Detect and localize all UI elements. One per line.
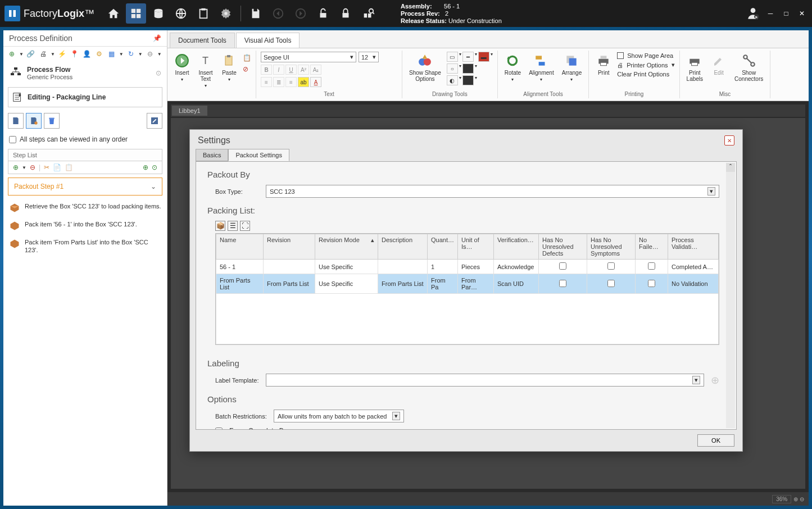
fill3-icon[interactable]: ■	[462, 75, 474, 85]
minimize-button[interactable]: ─	[765, 8, 776, 19]
col-name[interactable]: Name	[216, 234, 264, 260]
tab-visual-aid-tools[interactable]: Visual Aid Tools	[236, 33, 300, 48]
cut-icon[interactable]: ✂	[44, 163, 49, 171]
paste-icon[interactable]: 📋	[65, 163, 73, 171]
user-icon[interactable]: 👤	[82, 49, 92, 59]
all-steps-checkbox[interactable]	[9, 136, 16, 143]
add-step-icon[interactable]: ⊕	[13, 163, 19, 171]
fill2-icon[interactable]: ■	[462, 63, 474, 74]
col-nofail[interactable]: No Faile…	[635, 234, 668, 260]
user-icon[interactable]	[746, 6, 760, 22]
forward-button[interactable]	[291, 3, 311, 24]
list-icon[interactable]: ☰	[228, 221, 238, 231]
show-page-area-button[interactable]: Show Page Area	[617, 52, 674, 60]
col-quant[interactable]: Quant…	[428, 234, 458, 260]
superscript-button[interactable]: A²	[298, 65, 309, 75]
align-right-button[interactable]: ≡	[285, 77, 297, 87]
rect-icon[interactable]: ▭	[447, 52, 458, 62]
edit-tool[interactable]	[147, 113, 162, 129]
home-button[interactable]	[103, 3, 124, 24]
step-item[interactable]: Pack item '56 - 1' into the Box 'SCC 123…	[3, 217, 167, 235]
circle-icon[interactable]: ○	[447, 63, 458, 74]
delete-tool[interactable]	[44, 113, 60, 129]
refresh-icon[interactable]: ↻	[126, 49, 136, 59]
col-revision[interactable]: Revision	[264, 234, 315, 260]
highlight-button[interactable]: ab	[298, 77, 309, 87]
underline-button[interactable]: U	[285, 65, 297, 75]
printer-options-button[interactable]: 🖨Printer Options ▾	[617, 61, 674, 69]
defects-checkbox[interactable]	[559, 280, 566, 287]
rotate-button[interactable]: Rotate▾	[502, 52, 523, 83]
batch-select[interactable]: Allow units from any batch to be packed▾	[274, 410, 404, 422]
table-row[interactable]: From Parts ListFrom Parts ListUse Specif…	[216, 274, 719, 294]
gear-icon[interactable]: ⚙	[94, 49, 105, 59]
show-connectors-button[interactable]: Show Connectors	[732, 52, 765, 83]
line-icon[interactable]: ━	[462, 52, 474, 62]
pin-icon[interactable]: 📌	[153, 34, 161, 42]
chevron-down-icon[interactable]: ⊙	[156, 69, 161, 77]
shape3-icon[interactable]: ◐	[447, 75, 458, 85]
plug-icon[interactable]: ⚡	[57, 49, 67, 59]
fill-icon[interactable]: ▬	[478, 52, 489, 62]
settings-button[interactable]	[216, 3, 236, 24]
no-entry-icon[interactable]: ⊘	[243, 65, 251, 73]
nofail-checkbox[interactable]	[648, 262, 655, 270]
edit-button[interactable]: Edit	[709, 52, 729, 77]
tab-basics[interactable]: Basics	[196, 149, 228, 161]
db-button[interactable]	[148, 3, 169, 24]
add-icon[interactable]: ⊕	[7, 49, 17, 59]
zoom-controls[interactable]: ⊕ ⊖	[793, 496, 804, 502]
col-unit[interactable]: Unit of Is…	[457, 234, 493, 260]
italic-button[interactable]: I	[273, 65, 284, 75]
box-add-icon[interactable]: 📦	[215, 221, 225, 231]
insert-button[interactable]: Insert▾	[172, 52, 192, 83]
col-verif[interactable]: Verification…	[493, 234, 538, 260]
close-button[interactable]: ✕	[796, 8, 808, 19]
save-tool[interactable]	[8, 113, 24, 129]
unlock-button[interactable]	[313, 3, 333, 24]
symptoms-checkbox[interactable]	[607, 280, 615, 287]
step-item[interactable]: Retrieve the Box 'SCC 123' to load packi…	[3, 199, 167, 217]
tab-packout-settings[interactable]: Packout Settings	[228, 149, 289, 161]
doc-tab[interactable]: Libbey1	[172, 106, 207, 116]
saveas-tool[interactable]	[26, 113, 42, 129]
grid-button[interactable]	[126, 3, 146, 24]
insert-text-button[interactable]: TInsert Text▾	[196, 52, 216, 89]
bold-button[interactable]: B	[261, 65, 272, 75]
align-center-button[interactable]: ≣	[273, 77, 284, 87]
pin2-icon[interactable]: 📍	[70, 49, 80, 59]
label-template-select[interactable]: ▾	[266, 374, 704, 387]
save-button[interactable]	[246, 3, 266, 24]
subscript-button[interactable]: A₂	[310, 65, 321, 75]
shape-options-button[interactable]: Show Shape Options	[407, 52, 443, 83]
box-link-icon[interactable]: ⛶	[240, 221, 250, 231]
col-description[interactable]: Description	[378, 234, 428, 260]
print-labels-button[interactable]: Print Labels	[684, 52, 705, 83]
ok-button[interactable]: OK	[697, 434, 734, 447]
lock-button[interactable]	[335, 3, 356, 24]
scrollbar[interactable]: ˆ	[726, 163, 735, 428]
symptoms-checkbox[interactable]	[607, 262, 615, 270]
process-flow-box[interactable]: Process Flow Generic Process ⊙	[3, 61, 167, 85]
modal-close-button[interactable]: ✕	[724, 135, 734, 146]
step-item[interactable]: Pack item 'From Parts List' into the Box…	[3, 235, 167, 257]
up-icon[interactable]: ⊕	[143, 163, 148, 171]
clear-print-button[interactable]: Clear Print Options	[617, 70, 674, 78]
print-button[interactable]: Print	[593, 52, 614, 77]
col-defects[interactable]: Has No Unresolved Defects	[538, 234, 587, 260]
selected-step[interactable]: Packout Step #1 ⌄	[8, 178, 162, 196]
clipboard-icon[interactable]: 📋	[243, 54, 251, 62]
link-icon[interactable]: 🔗	[26, 49, 36, 59]
find-button[interactable]	[358, 3, 378, 24]
add-label-icon[interactable]: ⊕	[711, 374, 719, 387]
arrange-button[interactable]: Arrange▾	[560, 52, 584, 83]
font-size-select[interactable]: 12▾	[359, 52, 379, 62]
all-steps-checkbox-row[interactable]: All steps can be viewed in any order	[3, 132, 167, 147]
defects-checkbox[interactable]	[559, 262, 566, 270]
box-type-select[interactable]: SCC 123▾	[266, 185, 719, 198]
font-select[interactable]: Segoe UI▾	[261, 52, 356, 62]
paste-button[interactable]: Paste▾	[219, 52, 239, 83]
globe-button[interactable]	[171, 3, 191, 24]
table-row[interactable]: 56 - 1Use Specific1PiecesAcknowledge Com…	[216, 260, 719, 274]
print-icon[interactable]: 🖨	[38, 49, 48, 59]
